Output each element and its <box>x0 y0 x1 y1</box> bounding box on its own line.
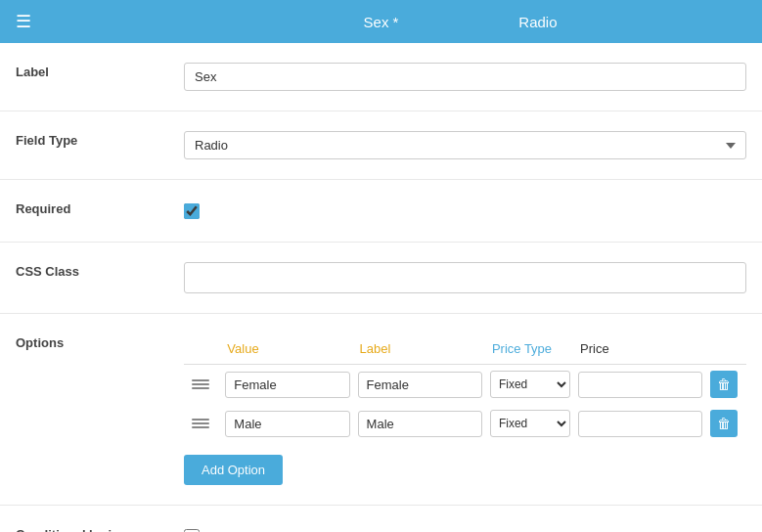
col-value-header: Value <box>221 333 353 365</box>
price-type-cell: FixedPercentage <box>486 404 574 443</box>
css-class-input[interactable] <box>184 262 746 293</box>
price-type-select[interactable]: FixedPercentage <box>490 371 570 398</box>
field-type-select[interactable]: Radio Text Select Checkbox <box>184 131 746 159</box>
required-row: Required <box>0 180 762 243</box>
conditional-logic-row: Conditional logic <box>0 506 762 532</box>
css-class-container <box>176 258 762 297</box>
col-delete-header <box>706 333 746 365</box>
form-content: Label Field Type Radio Text Select Check… <box>0 43 762 532</box>
delete-cell: 🗑 <box>706 404 746 443</box>
required-checkbox[interactable] <box>184 203 200 219</box>
label-row: Label <box>0 43 762 111</box>
css-class-row: CSS Class <box>0 243 762 314</box>
label-field-label: Label <box>0 59 176 85</box>
header-field-type: Radio <box>518 14 557 30</box>
label-field-container <box>176 59 762 95</box>
drag-handle[interactable] <box>188 417 217 430</box>
table-row: FixedPercentage🗑 <box>184 365 746 405</box>
options-wrapper: Value Label Price Type Price FixedPercen… <box>184 333 746 485</box>
col-price-header: Price <box>574 333 706 365</box>
add-option-button[interactable]: Add Option <box>184 455 283 485</box>
price-input[interactable] <box>578 411 702 437</box>
required-label: Required <box>0 196 176 222</box>
field-type-row: Field Type Radio Text Select Checkbox <box>0 111 762 180</box>
options-tbody: FixedPercentage🗑FixedPercentage🗑 <box>184 365 746 444</box>
drag-handle-cell <box>184 365 221 405</box>
table-row: FixedPercentage🗑 <box>184 404 746 443</box>
option-label-input[interactable] <box>358 411 482 437</box>
css-class-label: CSS Class <box>0 258 176 285</box>
label-cell <box>354 404 486 443</box>
conditional-logic-container <box>176 521 762 532</box>
value-cell <box>221 365 353 405</box>
price-input[interactable] <box>578 372 702 398</box>
col-drag-header <box>184 333 221 365</box>
conditional-logic-label: Conditional logic <box>0 521 176 532</box>
field-type-label: Field Type <box>0 127 176 154</box>
options-container: Value Label Price Type Price FixedPercen… <box>176 330 762 489</box>
option-value-input[interactable] <box>225 372 349 398</box>
delete-row-button[interactable]: 🗑 <box>710 410 738 437</box>
price-cell <box>574 404 706 443</box>
col-label-header: Label <box>354 333 486 365</box>
options-header-row: Value Label Price Type Price <box>184 333 746 365</box>
label-input[interactable] <box>184 63 746 91</box>
price-type-cell: FixedPercentage <box>486 365 574 405</box>
required-container <box>176 196 762 226</box>
options-table: Value Label Price Type Price FixedPercen… <box>184 333 746 443</box>
menu-icon[interactable]: ☰ <box>16 11 31 32</box>
option-label-input[interactable] <box>358 372 482 398</box>
price-cell <box>574 365 706 405</box>
label-cell <box>354 365 486 405</box>
header: ☰ Sex * Radio <box>0 0 762 43</box>
drag-handle[interactable] <box>188 377 217 391</box>
value-cell <box>221 404 353 443</box>
options-row: Options Value Label Price Type Price <box>0 314 762 506</box>
col-price-type-header: Price Type <box>486 333 574 365</box>
delete-cell: 🗑 <box>706 365 746 405</box>
delete-row-button[interactable]: 🗑 <box>710 371 738 398</box>
field-type-container: Radio Text Select Checkbox <box>176 127 762 163</box>
header-title: Sex * <box>364 14 399 30</box>
options-label: Options <box>0 330 176 356</box>
option-value-input[interactable] <box>225 411 349 437</box>
price-type-select[interactable]: FixedPercentage <box>490 410 570 437</box>
drag-handle-cell <box>184 404 221 443</box>
